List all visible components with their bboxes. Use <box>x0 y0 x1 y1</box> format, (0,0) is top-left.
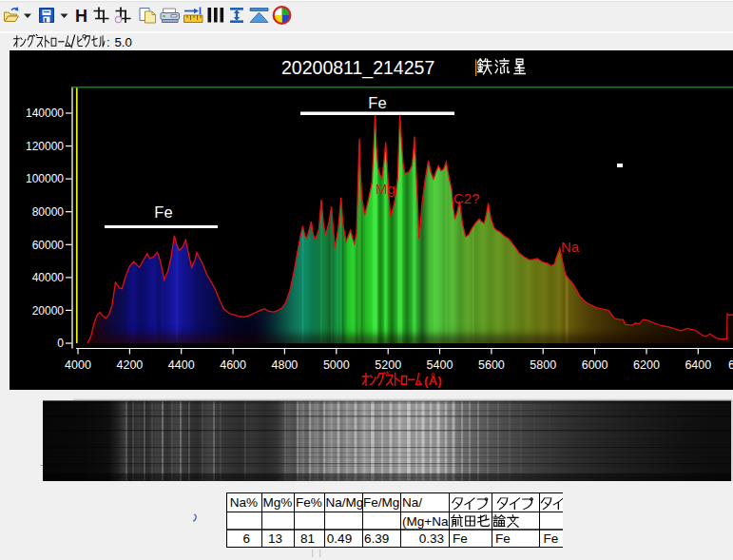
svg-text:5800: 5800 <box>530 358 556 372</box>
svg-text:5400: 5400 <box>427 358 453 372</box>
svg-text:0.33: 0.33 <box>419 531 444 546</box>
svg-text:6200: 6200 <box>633 358 660 372</box>
svg-text:40000: 40000 <box>32 271 65 284</box>
svg-text:4600: 4600 <box>220 358 246 372</box>
svg-text:6: 6 <box>728 358 733 372</box>
svg-text:4800: 4800 <box>271 358 298 372</box>
svg-text:5.0: 5.0 <box>115 35 132 49</box>
svg-text:4000: 4000 <box>65 358 91 372</box>
svg-text:Fe/Mg: Fe/Mg <box>363 495 399 510</box>
svg-text:6400: 6400 <box>685 358 711 372</box>
svg-text:4200: 4200 <box>116 358 143 372</box>
svg-text:Fe: Fe <box>544 531 559 546</box>
svg-text:Fe: Fe <box>453 531 468 546</box>
svg-text:4400: 4400 <box>168 358 195 372</box>
svg-text:Fe%: Fe% <box>296 495 322 510</box>
svg-text:Fe: Fe <box>495 531 511 546</box>
svg-text:5200: 5200 <box>375 358 401 372</box>
svg-text:120000: 120000 <box>26 140 64 153</box>
svg-text:80000: 80000 <box>32 205 65 219</box>
svg-text:81: 81 <box>300 531 315 546</box>
svg-text:H: H <box>75 7 87 26</box>
svg-text:6.39: 6.39 <box>364 531 389 546</box>
svg-text:Na%: Na% <box>230 495 258 510</box>
svg-text:0.49: 0.49 <box>327 531 352 546</box>
svg-text:Na: Na <box>561 239 580 255</box>
svg-text:20000: 20000 <box>32 304 65 318</box>
svg-text:Na/Mg: Na/Mg <box>326 495 364 510</box>
svg-text:Fe: Fe <box>154 203 172 221</box>
svg-text:140000: 140000 <box>26 106 64 120</box>
svg-text:6000: 6000 <box>582 358 608 372</box>
svg-text:(Mg+Na: (Mg+Na <box>402 514 449 529</box>
svg-text::: : <box>106 35 110 49</box>
svg-text:6: 6 <box>242 531 250 546</box>
svg-text:13: 13 <box>268 531 282 546</box>
svg-text:Mg%: Mg% <box>263 495 293 510</box>
svg-text:0: 0 <box>57 337 64 350</box>
svg-text:100000: 100000 <box>26 172 64 185</box>
svg-text:(A): (A) <box>424 374 442 388</box>
svg-text:20200811_214257: 20200811_214257 <box>281 57 434 79</box>
svg-text:Mg: Mg <box>376 181 395 197</box>
svg-text:Fe: Fe <box>368 94 386 111</box>
svg-text:Na/: Na/ <box>402 495 422 510</box>
svg-text:60000: 60000 <box>32 239 65 252</box>
svg-text:5000: 5000 <box>323 358 350 372</box>
svg-text:5600: 5600 <box>478 358 505 372</box>
svg-text:C2?: C2? <box>453 190 480 206</box>
